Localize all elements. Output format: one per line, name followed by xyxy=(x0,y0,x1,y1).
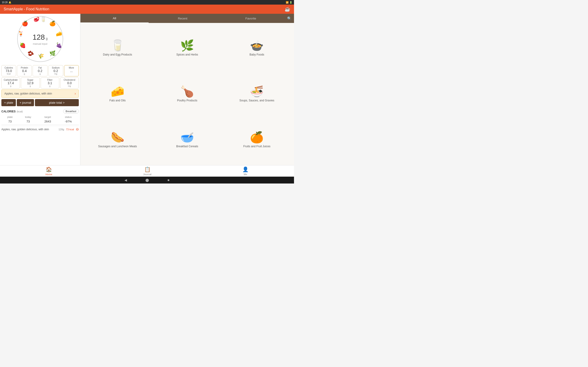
plate-total-button[interactable]: plate total > xyxy=(35,99,79,106)
cereals-icon: 🥣 xyxy=(180,132,194,143)
nutrition-cell-carb[interactable]: Carbohydrate 17.4 g xyxy=(1,77,20,89)
food-icon-orange: 🍊 xyxy=(49,21,56,27)
apple-banner[interactable]: Apples, raw, golden delicious, with skin… xyxy=(1,90,79,98)
food-item-right: 128g 73 kcal ⊖ xyxy=(59,127,79,131)
android-back-button[interactable]: ◀ xyxy=(124,178,127,182)
category-spices[interactable]: 🌿 Spices and Herbs xyxy=(152,25,222,71)
col-today: today xyxy=(19,115,38,119)
nutrition-value-sodium: 0.2 xyxy=(50,69,62,73)
val-target: 2643 xyxy=(38,119,58,124)
nutrition-label-fiber: Fiber xyxy=(42,79,58,81)
food-categories-grid: 🥛 Dairy and Egg Products 🌿 Spices and He… xyxy=(80,23,294,165)
apple-banner-text: Apples, raw, golden delicious, with skin xyxy=(4,92,52,95)
nutrition-unit-protein: g xyxy=(18,73,30,75)
nutrition-grid-row2: Carbohydrate 17.4 g Sugar 12.9 g Fiber 3… xyxy=(0,77,80,90)
food-icon-herb: 🌿 xyxy=(49,50,56,56)
food-input-label: manual input xyxy=(33,42,48,45)
nutrition-value-more: ... xyxy=(65,69,78,73)
nutrition-label-sugar: Sugar xyxy=(22,79,38,81)
home-icon: 🏠 xyxy=(46,167,52,173)
nutrition-cell-sugar[interactable]: Sugar 12.9 g xyxy=(21,77,40,89)
nav-home-label: Home xyxy=(45,173,52,176)
category-soups[interactable]: 🍜 Soups, Sauces, and Gravies xyxy=(222,71,292,117)
calories-unit: (kcal) xyxy=(17,110,23,113)
nutrition-value-calories: 73.0 xyxy=(3,69,15,73)
android-home-button[interactable]: ⬤ xyxy=(145,178,149,182)
app-title: SmartApple - Food Nutrition xyxy=(4,7,49,11)
nav-journal[interactable]: 📋 Journal xyxy=(143,167,151,176)
nutrition-value-carb: 17.4 xyxy=(3,81,19,85)
tab-all[interactable]: All xyxy=(80,14,149,23)
val-status: -97% xyxy=(58,119,79,124)
poultry-icon: 🍗 xyxy=(180,86,194,97)
tab-favorite[interactable]: Favorite xyxy=(216,14,285,23)
category-fats[interactable]: 🧀 Fats and Oils xyxy=(83,71,152,117)
nutrition-label-fat: Fat xyxy=(34,67,46,69)
food-item-name: Apples, raw, golden delicious, with skin xyxy=(1,128,49,131)
me-icon: 👤 xyxy=(242,167,249,173)
nutrition-unit-sugar: g xyxy=(22,85,38,87)
journal-icon: 📋 xyxy=(144,167,150,173)
left-panel: 🥩 🥛 🍊 🧀 🍇 🌿 🌾 🫘 🍓 🍹 🍎 128 g manual xyxy=(0,14,80,165)
calories-table: plate today target status 73 73 2643 -97… xyxy=(1,115,79,124)
category-cereals[interactable]: 🥣 Breakfast Cereals xyxy=(152,117,222,163)
food-icon-cheese: 🧀 xyxy=(56,31,62,37)
food-icon-grapes: 🍇 xyxy=(56,42,62,48)
category-sausages[interactable]: 🌭 Sausages and Luncheon Meats xyxy=(83,117,152,163)
fruits-icon: 🍊 xyxy=(250,132,264,143)
add-journal-button[interactable]: + journal xyxy=(17,99,34,106)
cereals-label: Breakfast Cereals xyxy=(176,145,198,148)
nutrition-cell-calories[interactable]: Calories 73.0 kcal xyxy=(1,65,16,76)
col-status: status xyxy=(58,115,79,119)
food-icon-juice: 🍹 xyxy=(18,31,24,37)
soups-label: Soups, Sauces, and Gravies xyxy=(239,99,274,102)
category-baby-foods[interactable]: 🍲 Baby Foods xyxy=(222,25,292,71)
android-recents-button[interactable]: ■ xyxy=(167,178,169,182)
category-poultry[interactable]: 🍗 Poultry Products xyxy=(152,71,222,117)
status-notification-icon: 🔔 xyxy=(9,1,11,4)
search-icon[interactable]: 🔍 xyxy=(285,16,294,21)
nav-journal-label: Journal xyxy=(143,173,151,176)
col-target: target xyxy=(38,115,58,119)
food-weight-value: 128 xyxy=(33,33,45,41)
spices-label: Spices and Herbs xyxy=(176,53,198,56)
nav-home[interactable]: 🏠 Home xyxy=(45,167,52,176)
dairy-icon: 🥛 xyxy=(111,40,124,51)
nav-me[interactable]: 👤 Me xyxy=(242,167,249,176)
category-dairy[interactable]: 🥛 Dairy and Egg Products xyxy=(83,25,152,71)
nutrition-grid-row1: Calories 73.0 kcal Protein 0.4 g Fat 0.2… xyxy=(0,64,80,77)
food-weight-unit: g xyxy=(46,37,48,40)
nutrition-cell-more[interactable]: More ... xyxy=(64,65,79,76)
status-bar: 10:28 🔔 📶 🔋 xyxy=(0,0,294,5)
nutrition-cell-fat[interactable]: Fat 0.2 g xyxy=(33,65,47,76)
app-bar: SmartApple - Food Nutrition ☕ xyxy=(0,5,294,14)
meal-badge[interactable]: Breakfast xyxy=(63,109,79,114)
nutrition-unit-fat: g xyxy=(34,73,46,75)
nutrition-value-fat: 0.2 xyxy=(34,69,46,73)
calories-header: CALORIES (kcal) Breakfast xyxy=(1,109,79,114)
food-circle: 🥩 🥛 🍊 🧀 🍇 🌿 🌾 🫘 🍓 🍹 🍎 128 g manual xyxy=(17,16,63,62)
nutrition-cell-fiber[interactable]: Fiber 3.1 g xyxy=(41,77,59,89)
category-fruits[interactable]: 🍊 Fruits and Fruit Juices xyxy=(222,117,292,163)
category-tabs: All Recent Favorite 🔍 xyxy=(80,14,294,23)
android-nav-bar: ◀ ⬤ ■ xyxy=(0,177,294,184)
sausages-icon: 🌭 xyxy=(111,132,124,143)
food-icon-beans: 🫘 xyxy=(27,50,34,56)
add-plate-button[interactable]: + plate xyxy=(1,99,16,106)
remove-food-icon[interactable]: ⊖ xyxy=(76,127,79,131)
fruits-label: Fruits and Fruit Juices xyxy=(243,145,270,148)
food-icon-seeds: 🌾 xyxy=(38,53,44,59)
action-buttons: + plate + journal plate total > xyxy=(1,99,79,106)
calories-title: CALORIES xyxy=(1,110,16,113)
nutrition-cell-protein[interactable]: Protein 0.4 g xyxy=(17,65,32,76)
tab-recent[interactable]: Recent xyxy=(149,14,217,23)
nutrition-cell-sodium[interactable]: Sodium 0.2 mg xyxy=(48,65,63,76)
spices-icon: 🌿 xyxy=(180,40,194,51)
nutrition-value-protein: 0.4 xyxy=(18,69,30,73)
food-icon-strawberry: 🍓 xyxy=(19,42,26,48)
nutrition-unit-calories: kcal xyxy=(3,73,15,75)
nutrition-unit-sodium: mg xyxy=(50,73,62,75)
food-circle-center: 128 g manual input xyxy=(33,33,48,45)
app-bar-coffee-icon[interactable]: ☕ xyxy=(285,6,290,12)
nutrition-cell-cholesterol[interactable]: Cholesterol 0.0 mg xyxy=(60,77,79,89)
